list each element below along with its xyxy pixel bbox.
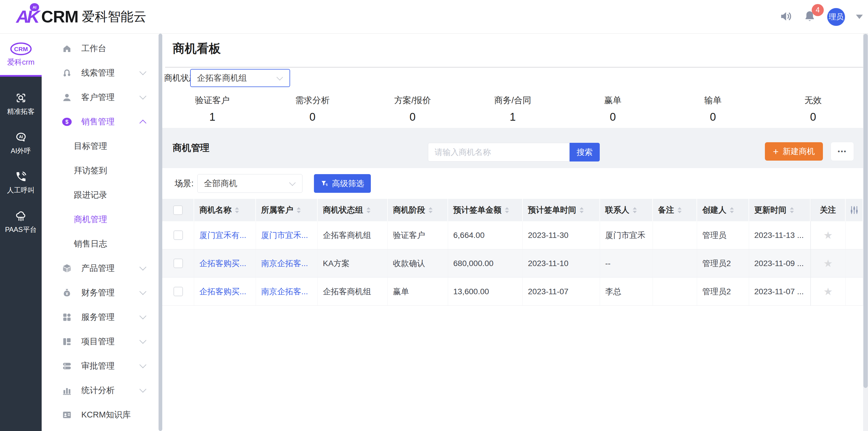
funnel-stage[interactable]: 验证客户1 — [162, 90, 262, 128]
sidebar-item-workbench[interactable]: 工作台 — [42, 36, 159, 61]
sidebar-scrollbar[interactable] — [159, 34, 162, 431]
opportunity-link[interactable]: 企拓客购买... — [199, 286, 246, 297]
advanced-filter-button[interactable]: 高级筛选 — [314, 174, 371, 193]
rail-item-ai-call[interactable]: AI AI外呼 — [0, 131, 42, 155]
user-menu-caret-icon[interactable] — [856, 14, 863, 19]
scene-value: 全部商机 — [204, 178, 237, 189]
rail-item-label: 精准拓客 — [7, 107, 35, 116]
sidebar-item-projects[interactable]: 项目管理 — [42, 329, 159, 354]
sort-control[interactable] — [790, 207, 794, 213]
sort-control[interactable] — [730, 207, 734, 213]
ai-call-icon: AI — [14, 131, 28, 143]
rail-item-paas[interactable]: PAAS平台 — [0, 210, 42, 234]
speaker-icon[interactable] — [779, 10, 792, 24]
sidebar-item-knowledge[interactable]: KCRM知识库 — [42, 403, 159, 427]
sidebar-subitem-target[interactable]: 目标管理 — [42, 134, 159, 158]
rail-item-manual-call[interactable]: 人工呼叫 — [0, 171, 42, 195]
sidebar-item-approval[interactable]: 审批管理 — [42, 354, 159, 378]
sidebar-menu: 工作台 线索管理 客户管理 $ 销售管理 目标管理 拜访签到 跟进记录 商机管理… — [42, 34, 159, 431]
star-icon[interactable]: ★ — [824, 230, 833, 241]
product-rail: CRM 爱科crm 精准拓客 AI AI外呼 人工呼叫 PAAS平台 — [0, 34, 42, 431]
sort-control[interactable] — [678, 207, 682, 213]
notification-bell[interactable]: 4 — [803, 10, 816, 24]
opportunity-table: 商机名称 所属客户 商机状态组 商机阶段 预计签单金额 预计签单时间 联系人 备… — [162, 199, 863, 306]
funnel-stage[interactable]: 商务/合同1 — [463, 90, 563, 128]
opportunity-toolbar: 商机管理 搜索 +新建商机 ••• — [162, 128, 863, 168]
opportunity-link[interactable]: 厦门宜禾有... — [199, 230, 246, 241]
sidebar-item-leads[interactable]: 线索管理 — [42, 61, 159, 85]
status-group-select[interactable]: 企拓客商机组 — [190, 69, 290, 87]
id-card-icon — [62, 410, 72, 420]
money-bag-icon: ¥ — [62, 288, 72, 298]
home-icon — [62, 43, 72, 54]
sidebar-subitem-followup[interactable]: 跟进记录 — [42, 183, 159, 207]
star-icon[interactable]: ★ — [824, 258, 833, 269]
svg-text:¥: ¥ — [66, 291, 68, 296]
opportunity-link[interactable]: 企拓客购买... — [199, 258, 246, 269]
sidebar-subitem-opportunity[interactable]: 商机管理 — [42, 207, 159, 232]
select-all-checkbox[interactable] — [173, 206, 183, 215]
chevron-down-icon — [139, 386, 146, 393]
rail-item-prospecting[interactable]: 精准拓客 — [0, 92, 42, 116]
sort-control[interactable] — [297, 207, 301, 213]
status-group-value: 企拓客商机组 — [197, 72, 247, 84]
kanban-icon — [62, 336, 72, 347]
search-input[interactable] — [428, 143, 569, 161]
user-icon — [62, 92, 72, 102]
rail-item-crm[interactable]: CRM 爱科crm — [0, 34, 42, 77]
sort-control[interactable] — [505, 207, 509, 213]
row-checkbox[interactable] — [174, 230, 183, 240]
scene-select[interactable]: 全部商机 — [197, 174, 303, 193]
notification-count-badge: 4 — [812, 4, 824, 16]
sidebar-item-sales[interactable]: $ 销售管理 — [42, 110, 159, 134]
sort-control[interactable] — [580, 207, 584, 213]
funnel-stage[interactable]: 输单0 — [663, 90, 763, 128]
app-logo: AKAI CRM 爱科智能云 — [16, 8, 147, 26]
logo-ai-badge-icon: AI — [30, 3, 39, 11]
top-header: AKAI CRM 爱科智能云 4 理员 — [0, 0, 868, 34]
section-title: 商机管理 — [173, 128, 209, 168]
sidebar-subitem-sales-log[interactable]: 销售日志 — [42, 232, 159, 256]
search-button[interactable]: 搜索 — [569, 143, 600, 161]
more-actions-button[interactable]: ••• — [831, 142, 854, 161]
logo-crm-text: CRM — [41, 8, 79, 25]
sidebar-item-customers[interactable]: 客户管理 — [42, 85, 159, 110]
funnel-stage[interactable]: 方案/报价0 — [363, 90, 463, 128]
approval-stack-icon — [62, 361, 72, 371]
sort-control[interactable] — [429, 207, 433, 213]
page-scrollbar-thumb[interactable] — [863, 34, 868, 388]
opportunity-funnel: 验证客户1 需求分析0 方案/报价0 商务/合同1 赢单0 输单0 无效0 — [162, 90, 863, 128]
row-checkbox[interactable] — [174, 258, 183, 268]
funnel-stage[interactable]: 无效0 — [763, 90, 863, 128]
user-avatar[interactable]: 理员 — [827, 8, 845, 26]
funnel-icon — [320, 180, 329, 188]
sort-control[interactable] — [367, 207, 371, 213]
grid-icon — [62, 312, 72, 322]
sidebar-subitem-visit[interactable]: 拜访签到 — [42, 158, 159, 183]
product-name: 爱科智能云 — [82, 8, 147, 25]
sidebar-item-service[interactable]: 服务管理 — [42, 305, 159, 329]
column-settings-icon[interactable] — [849, 205, 859, 215]
customer-link[interactable]: 厦门市宜禾... — [261, 230, 308, 241]
sidebar-item-products[interactable]: 产品管理 — [42, 256, 159, 280]
dollar-circle-icon: $ — [62, 117, 72, 127]
scene-label: 场景: — [175, 174, 194, 193]
sort-control[interactable] — [235, 207, 239, 213]
customer-link[interactable]: 南京企拓客... — [261, 286, 308, 297]
funnel-stage[interactable]: 需求分析0 — [262, 90, 363, 128]
create-opportunity-button[interactable]: +新建商机 — [765, 142, 823, 161]
table-header-row: 商机名称 所属客户 商机状态组 商机阶段 预计签单金额 预计签单时间 联系人 备… — [162, 199, 863, 221]
sidebar-item-statistics[interactable]: 统计分析 — [42, 378, 159, 403]
chevron-up-icon — [139, 120, 146, 126]
sidebar-item-finance[interactable]: ¥ 财务管理 — [42, 280, 159, 305]
funnel-stage[interactable]: 赢单0 — [563, 90, 663, 128]
table-row: 企拓客购买... 南京企拓客... 企拓客商机组 赢单 13,600.00 20… — [162, 278, 863, 306]
svg-text:$: $ — [65, 118, 69, 125]
bar-chart-icon — [62, 385, 72, 396]
sort-control[interactable] — [633, 207, 637, 213]
rail-item-label: PAAS平台 — [5, 225, 36, 234]
svg-text:CRM: CRM — [14, 46, 28, 52]
customer-link[interactable]: 南京企拓客... — [261, 258, 308, 269]
row-checkbox[interactable] — [174, 287, 183, 296]
star-icon[interactable]: ★ — [824, 286, 833, 297]
